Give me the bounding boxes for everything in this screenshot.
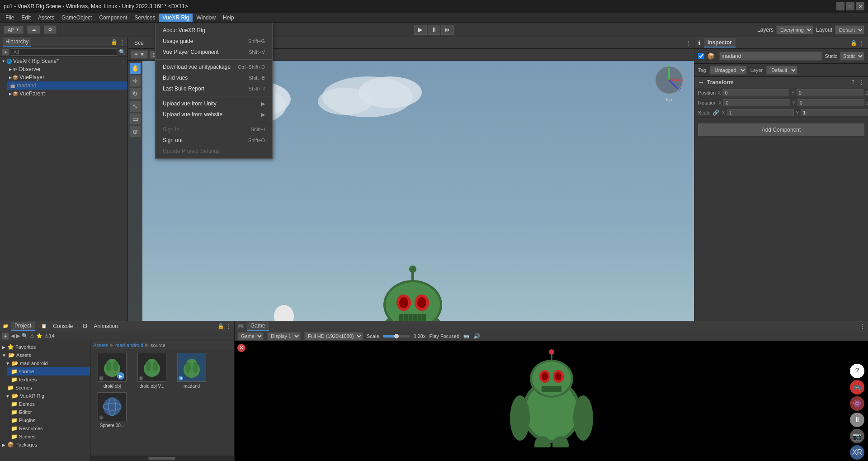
rotation-x-input[interactable] <box>723 99 790 106</box>
scale-slider[interactable] <box>383 335 410 337</box>
transform-help-icon[interactable]: ? <box>851 79 854 86</box>
hierarchy-search-icon[interactable]: 🔍 <box>119 49 126 55</box>
scrollbar-thumb[interactable] <box>148 457 175 460</box>
hierarchy-item-vueparent[interactable]: ▶ 📦 VueParent <box>7 90 127 98</box>
object-active-checkbox[interactable] <box>698 53 704 59</box>
vuexr-scenes-folder[interactable]: 📁 Scenes <box>7 432 90 441</box>
hierarchy-add-button[interactable]: + <box>2 48 9 56</box>
game-broadcast-button[interactable]: 👾 <box>850 396 864 411</box>
inspector-menu-icon[interactable]: ⋮ <box>859 40 864 46</box>
menu-help[interactable]: Help <box>219 14 238 22</box>
game-pause-button[interactable]: ⏸ <box>850 413 864 427</box>
account-button[interactable]: AP ▼ <box>4 26 24 34</box>
transform-menu-icon[interactable]: ⋮ <box>859 79 864 86</box>
editor-folder[interactable]: 📁 Editor <box>7 408 90 416</box>
hierarchy-item-vueplayer[interactable]: ▶ 📦 VuePlayer <box>7 73 127 81</box>
mad-android-folder[interactable]: ▼ 📂 mad-android <box>4 359 90 367</box>
file-item-sphere[interactable]: ○ Sphere.00... <box>94 392 130 428</box>
scale-y-input[interactable] <box>801 109 868 116</box>
breadcrumb-mad-android[interactable]: mad-android <box>115 342 143 348</box>
game-close-button[interactable]: ✕ <box>237 344 245 352</box>
hierarchy-tab[interactable]: Hierarchy <box>3 38 31 47</box>
minimize-button[interactable]: — <box>836 2 844 10</box>
layer-dropdown[interactable]: Default <box>766 66 797 75</box>
resources-folder[interactable]: 📁 Resources <box>7 424 90 432</box>
scenes-folder[interactable]: 📁 Scenes <box>4 384 90 392</box>
inspector-lock-icon[interactable]: 🔒 <box>850 40 857 46</box>
menu-vuexr-rig[interactable]: VueXR Rig <box>159 14 193 22</box>
dropdown-item-upload-unity[interactable]: Upload vue from Unity ▶ <box>156 98 272 109</box>
maximize-button[interactable]: □ <box>846 2 854 10</box>
game-viewport[interactable]: ✕ <box>235 341 868 461</box>
dropdown-item-about[interactable]: About VueXR Rig <box>156 25 272 36</box>
plugins-folder[interactable]: 📁 Plugins <box>7 416 90 424</box>
position-x-input[interactable] <box>722 89 789 96</box>
hierarchy-menu-icon[interactable]: ⋮ <box>119 39 125 45</box>
layout-dropdown[interactable]: Default <box>835 25 864 34</box>
game-lock-icon[interactable]: ⋮ <box>860 323 865 329</box>
hierarchy-item-root[interactable]: ▼ 🌐 VueXR Rig Scene* ⋮ <box>0 57 127 65</box>
dropdown-item-download[interactable]: Download vue unitypackage Ctrl+Shift+D <box>156 62 272 72</box>
hierarchy-lock-icon[interactable]: 🔒 <box>111 39 118 45</box>
game-xr-button[interactable]: XR <box>850 445 864 460</box>
dropdown-item-build[interactable]: Build vues Shift+B <box>156 72 272 83</box>
source-folder[interactable]: 📁 source <box>7 367 90 375</box>
dropdown-item-last-report[interactable]: Last Build Report Shift+R <box>156 83 272 94</box>
hierarchy-search-input[interactable] <box>11 48 117 56</box>
move-tool[interactable]: ✛ <box>129 75 141 87</box>
hierarchy-item-madand[interactable]: 🤖 madand <box>7 81 127 90</box>
file-item-madand[interactable]: ◈ madand <box>174 353 210 389</box>
tag-dropdown[interactable]: Untagged <box>710 66 747 75</box>
project-lock-icon[interactable]: 🔒 <box>217 323 224 329</box>
game-camera-button[interactable]: 📷 <box>850 429 864 443</box>
game-help-button[interactable]: ? <box>850 364 864 378</box>
step-button[interactable]: ⏭ <box>441 25 454 35</box>
static-dropdown[interactable]: Static <box>840 52 864 61</box>
transform-tool[interactable]: ⊕ <box>129 126 141 138</box>
rotate-tool[interactable]: ↻ <box>129 88 141 100</box>
close-button[interactable]: ✕ <box>856 2 864 10</box>
dropdown-item-usage[interactable]: Usage guide Shift+G <box>156 36 272 47</box>
textures-folder[interactable]: 📁 textures <box>7 375 90 384</box>
project-menu-icon[interactable]: ⋮ <box>226 323 231 329</box>
menu-assets[interactable]: Assets <box>34 14 58 22</box>
menu-edit[interactable]: Edit <box>18 14 34 22</box>
game-record-button[interactable]: 🎮 <box>850 380 864 394</box>
play-focused-label[interactable]: Play Focused <box>429 333 459 339</box>
add-component-button[interactable]: Add Component <box>698 124 864 136</box>
window-controls[interactable]: — □ ✕ <box>836 2 864 10</box>
game-dropdown-view[interactable]: Game <box>237 332 264 340</box>
menu-gameobject[interactable]: GameObject <box>58 14 95 22</box>
menu-window[interactable]: Window <box>193 14 219 22</box>
audio-icon[interactable]: 🔊 <box>473 333 480 339</box>
project-scrollbar[interactable] <box>90 456 234 461</box>
project-nav-back[interactable]: ◀ <box>11 333 14 339</box>
scene-menu-icon[interactable]: ⋮ <box>686 40 691 46</box>
rotation-y-input[interactable] <box>797 99 864 106</box>
demos-folder[interactable]: 📁 Demos <box>7 400 90 408</box>
project-tab[interactable]: Project <box>11 322 35 331</box>
menu-file[interactable]: File <box>2 14 18 22</box>
animation-tab[interactable]: Animation <box>90 322 121 330</box>
pause-button[interactable]: ⏸ <box>428 25 440 35</box>
resolution-dropdown[interactable]: Full HD (1920x1080) <box>304 332 363 340</box>
cloud-button[interactable]: ☁ <box>27 25 40 34</box>
breadcrumb-assets[interactable]: Assets <box>93 342 108 348</box>
position-y-input[interactable] <box>797 89 863 96</box>
file-item-droid-obj[interactable]: ▶ □ droid.obj <box>94 353 130 389</box>
dropdown-item-upload-website[interactable]: Upload vue from website ▶ <box>156 109 272 120</box>
scale-tool[interactable]: ⤡ <box>129 100 141 112</box>
hierarchy-item-menu[interactable]: ⋮ <box>121 59 126 64</box>
file-item-droid-obj-v[interactable]: □ droid.obj V... <box>134 353 170 389</box>
layers-dropdown[interactable]: Everything <box>776 25 813 34</box>
vuexr-rig-folder[interactable]: ▼ 📂 VueXR Rig <box>4 392 90 400</box>
project-add-button[interactable]: + <box>2 333 9 340</box>
rect-tool[interactable]: ▭ <box>129 113 141 125</box>
console-tab[interactable]: Console <box>49 322 76 330</box>
inspector-tab[interactable]: Inspector <box>704 38 736 48</box>
settings-button[interactable]: ⚙ <box>44 25 57 34</box>
menu-services[interactable]: Services <box>131 14 159 22</box>
packages-folder[interactable]: ▶ 📦 Packages <box>0 441 90 449</box>
dropdown-item-vue-player[interactable]: Vue Player Component Shift+V <box>156 47 272 57</box>
hierarchy-item-observer[interactable]: ▶ 👁 Observer <box>7 65 127 73</box>
